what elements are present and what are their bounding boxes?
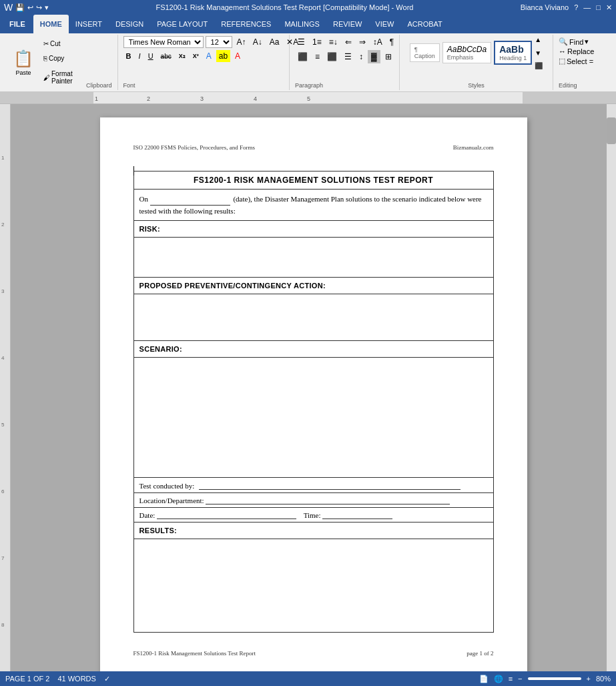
multilevel-list-button[interactable]: ≡↓ (326, 36, 340, 48)
align-center-button[interactable]: ≡ (312, 51, 322, 63)
font-size-select[interactable]: 12 (206, 36, 232, 48)
strikethrough-button[interactable]: abc (158, 52, 174, 61)
page-info: PAGE 1 OF 2 (5, 675, 49, 683)
quick-access-redo[interactable]: ↪ (36, 3, 42, 12)
location-row: Location/Department: (133, 493, 493, 508)
shading-button[interactable]: ▓ (368, 50, 380, 63)
proposed-action-content-cell[interactable] (133, 294, 493, 341)
tab-mailings[interactable]: MAILINGS (278, 15, 326, 33)
cursor-line[interactable] (133, 164, 494, 165)
quick-access-save[interactable]: 💾 (15, 3, 25, 12)
styles-up[interactable]: ▲ (535, 36, 543, 43)
highlight-button[interactable]: ab (216, 50, 230, 62)
find-button[interactable]: 🔍 Find ▾ (559, 37, 589, 46)
time-label: Time: (304, 511, 321, 519)
location-cell: Location/Department: (133, 493, 493, 508)
close-button[interactable]: ✕ (606, 3, 612, 12)
proofing-icon[interactable]: ✓ (104, 675, 110, 683)
quick-access-undo[interactable]: ↩ (27, 3, 33, 12)
text-effects-button[interactable]: A (204, 50, 214, 62)
results-row: RESULTS: (133, 523, 493, 539)
tab-view[interactable]: VIEW (368, 15, 400, 33)
styles-expand[interactable]: ⬛ (535, 62, 543, 69)
tab-review[interactable]: REVIEW (326, 15, 368, 33)
align-left-button[interactable]: ⬛ (295, 51, 310, 63)
superscript-button[interactable]: X² (190, 52, 202, 60)
window-title: FS1200-1 Risk Management Solutions Test … (49, 3, 520, 11)
title-row: FS1200-1 RISK MANAGEMENT SOLUTIONS TEST … (133, 172, 493, 190)
font-name-select[interactable]: Times New Roman (123, 36, 204, 48)
show-marks-button[interactable]: ¶ (387, 36, 396, 48)
bold-button[interactable]: B (123, 51, 134, 61)
scenario-label: SCENARIO: (139, 345, 182, 353)
proposed-action-header-cell: PROPOSED PREVENTIVE/CONTINGENCY ACTION: (133, 278, 493, 294)
font-group-label: Font (123, 81, 135, 89)
intro-row: On (date), the Disaster Management Plan … (133, 190, 493, 221)
tab-references[interactable]: REFERENCES (214, 15, 278, 33)
user-name: Bianca Viviano (521, 3, 569, 11)
proposed-action-row: PROPOSED PREVENTIVE/CONTINGENCY ACTION: (133, 278, 493, 294)
format-painter-button[interactable]: 🖌 Format Painter (41, 69, 86, 85)
view-web-icon[interactable]: 🌐 (494, 675, 503, 683)
style-caption[interactable]: ¶ Caption (410, 43, 440, 62)
style-heading1[interactable]: AaBb Heading 1 (494, 41, 532, 65)
paste-label: Paste (15, 69, 31, 76)
tab-home[interactable]: HOME (33, 15, 69, 33)
paste-button[interactable]: 📋 Paste (8, 36, 39, 89)
find-dropdown-icon[interactable]: ▾ (585, 37, 589, 46)
italic-button[interactable]: I (136, 51, 143, 61)
replace-button[interactable]: ↔ Replace (559, 47, 594, 55)
sort-button[interactable]: ↕A (370, 36, 385, 48)
increase-indent-button[interactable]: ⇒ (356, 36, 368, 48)
line-spacing-button[interactable]: ↕ (356, 51, 366, 63)
tab-insert[interactable]: INSERT (69, 15, 109, 33)
zoom-in-button[interactable]: + (587, 675, 591, 683)
minimize-button[interactable]: — (583, 3, 591, 11)
shrink-font-button[interactable]: A↓ (250, 36, 265, 48)
paragraph-label: Paragraph (295, 81, 323, 89)
help-button[interactable]: ? (574, 3, 578, 11)
location-label: Location/Department: (139, 496, 204, 504)
subscript-button[interactable]: X₂ (176, 52, 188, 60)
date-time-row: Date: Time: (133, 508, 493, 523)
view-outline-icon[interactable]: ≡ (509, 675, 513, 683)
styles-down[interactable]: ▼ (535, 49, 543, 57)
maximize-button[interactable]: □ (596, 3, 601, 11)
header-left: ISO 22000 FSMS Policies, Procedures, and… (133, 144, 256, 151)
align-right-button[interactable]: ⬛ (324, 51, 340, 63)
date-label: Date: (139, 511, 156, 519)
select-button[interactable]: ⬚ Select = (559, 57, 593, 65)
underline-button[interactable]: U (145, 51, 156, 61)
numbering-button[interactable]: 1≡ (310, 36, 324, 48)
font-color-button[interactable]: A (232, 50, 243, 62)
tab-design[interactable]: DESIGN (109, 15, 150, 33)
scenario-content-cell[interactable] (133, 358, 493, 478)
borders-button[interactable]: ⊞ (382, 51, 394, 63)
title-bar: W 💾 ↩ ↪ ▾ FS1200-1 Risk Management Solut… (0, 0, 616, 15)
grow-font-button[interactable]: A↑ (234, 36, 249, 48)
bullets-button[interactable]: ☰ (295, 36, 308, 48)
tab-page-layout[interactable]: PAGE LAYOUT (150, 15, 214, 33)
zoom-level: 80% (596, 675, 611, 683)
view-print-icon[interactable]: 📄 (479, 675, 489, 683)
cut-button[interactable]: ✂ Cut (41, 39, 86, 48)
font-row1: Times New Roman 12 A↑ A↓ Aa ✕A (123, 36, 302, 48)
tab-file[interactable]: FILE (1, 15, 33, 33)
risk-content-row (133, 238, 493, 278)
ruler-right-margin (523, 92, 616, 103)
tab-acrobat[interactable]: ACROBAT (400, 15, 448, 33)
word-icon: W (4, 2, 13, 13)
style-emphasis[interactable]: AaBbCcDa Emphasis (442, 42, 491, 63)
vertical-scrollbar[interactable] (607, 104, 616, 686)
results-content-cell[interactable] (133, 539, 493, 633)
scrollbar-thumb[interactable] (607, 117, 616, 144)
test-conducted-label: Test conducted by: (139, 482, 195, 490)
risk-content-cell[interactable] (133, 238, 493, 278)
zoom-out-button[interactable]: − (518, 675, 522, 683)
decrease-indent-button[interactable]: ⇐ (342, 36, 354, 48)
styles-group: ¶ Caption AaBbCcDa Emphasis AaBb Heading… (400, 35, 553, 90)
change-case-button[interactable]: Aa (267, 36, 282, 48)
copy-button[interactable]: ⎘ Copy (41, 54, 86, 63)
justify-button[interactable]: ☰ (342, 51, 354, 63)
zoom-slider[interactable] (528, 677, 581, 680)
